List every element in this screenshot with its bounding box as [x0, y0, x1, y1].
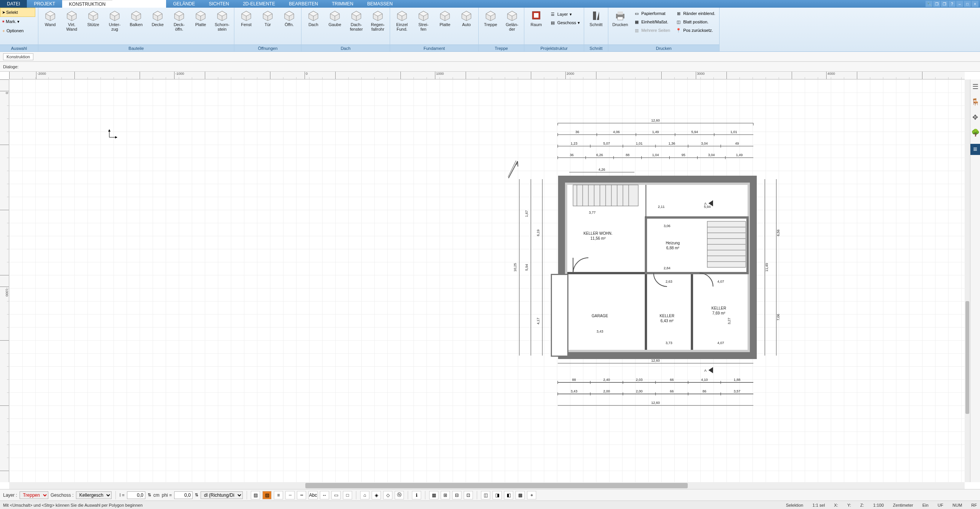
- grid3-icon[interactable]: ⊟: [452, 491, 461, 499]
- cursor-snap-icon[interactable]: ⌖: [527, 491, 536, 499]
- move-icon[interactable]: ✥: [972, 113, 978, 122]
- options-button[interactable]: ＋Optionen: [0, 26, 35, 35]
- konstruktion-tab[interactable]: Konstruktion: [3, 53, 33, 60]
- spinner-icon[interactable]: ⇅: [148, 493, 151, 497]
- bauteile-7-button[interactable]: Platte: [190, 8, 211, 27]
- help-icon[interactable]: ?: [949, 1, 955, 7]
- raum-button[interactable]: Raum: [526, 8, 547, 27]
- blatt-pos-button[interactable]: ◫Blatt position.: [673, 18, 718, 26]
- snap1-icon[interactable]: ⊡: [464, 491, 473, 499]
- layers-icon[interactable]: ☰: [972, 82, 978, 91]
- rect-icon[interactable]: ▭: [331, 491, 341, 499]
- menu-tab-bemassen[interactable]: BEMASSEN: [360, 0, 400, 8]
- vertical-scrollbar[interactable]: [965, 79, 970, 482]
- roof-icon[interactable]: ⌂: [360, 491, 369, 499]
- bauteile-0-button[interactable]: Wand: [40, 8, 61, 27]
- close-icon[interactable]: ×: [972, 1, 978, 7]
- view3-icon[interactable]: ◧: [504, 491, 513, 499]
- menu-tab-gelaende[interactable]: GELÄNDE: [166, 0, 202, 8]
- bauteile-1-button[interactable]: Virt. Wand: [61, 8, 82, 31]
- menu-tab-projekt[interactable]: PROJEKT: [27, 0, 62, 8]
- drawing-canvas[interactable]: .wl{stroke:#555;stroke-width:10;fill:non…: [9, 79, 965, 482]
- dach-1-button[interactable]: Gaube: [324, 8, 345, 27]
- dach-0-button[interactable]: Dach: [303, 8, 324, 27]
- status-bar: Mit <Umschalt> und <Strg> können Sie die…: [0, 501, 980, 509]
- menu-tab-konstruktion[interactable]: KONSTRUKTION: [62, 0, 112, 8]
- main-menu-bar: DATEI PROJEKT KONSTRUKTION GELÄNDE SICHT…: [0, 0, 980, 8]
- bauteile-3-button[interactable]: Unter- zug: [104, 8, 125, 31]
- text-icon[interactable]: Abc: [308, 491, 318, 499]
- geschoss-button[interactable]: ▤Geschoss▾: [547, 18, 582, 27]
- layer-button[interactable]: ☰Layer▾: [547, 10, 582, 18]
- spinner-icon[interactable]: ⇅: [195, 493, 198, 497]
- raender-button[interactable]: ⊞Ränder einblend.: [673, 9, 718, 18]
- phi-input[interactable]: [174, 491, 193, 499]
- papierformat-button[interactable]: ▭Papierformat: [631, 9, 672, 18]
- horizontal-scrollbar[interactable]: [9, 482, 965, 489]
- dach-2-button[interactable]: Dach- fenster: [346, 8, 367, 31]
- svg-text:3,73: 3,73: [665, 341, 672, 345]
- handle-icon[interactable]: ≡: [970, 144, 980, 155]
- bauteile-5-button[interactable]: Decke: [147, 8, 168, 27]
- floor-plan: .wl{stroke:#555;stroke-width:10;fill:non…: [492, 114, 772, 448]
- bauteile-8-button[interactable]: Schorn- stein: [212, 8, 232, 31]
- tool-icon[interactable]: 🔧: [926, 1, 932, 7]
- select-button[interactable]: ➤Selekt: [0, 8, 35, 17]
- wire-icon[interactable]: ◇: [383, 491, 392, 499]
- view1-icon[interactable]: ◫: [481, 491, 490, 499]
- pos-reset-button[interactable]: 📍Pos zurücksetz.: [673, 26, 718, 35]
- bauteile-4-button[interactable]: Balken: [126, 8, 147, 27]
- dach-3-button[interactable]: Regen- fallrohr: [367, 8, 388, 31]
- svg-text:4,07: 4,07: [717, 280, 724, 283]
- tree-icon[interactable]: 🌳: [971, 128, 980, 137]
- menu-tab-2d[interactable]: 2D-ELEMENTE: [236, 0, 282, 8]
- mark-button[interactable]: ✶Mark.▾: [0, 17, 35, 26]
- grid1-icon[interactable]: ▦: [429, 491, 438, 499]
- fundament-2-button[interactable]: Platte: [435, 8, 455, 27]
- treppe-0-button[interactable]: Treppe: [480, 8, 501, 27]
- svg-text:2,03: 2,03: [636, 378, 643, 382]
- svg-text:GARAGE: GARAGE: [592, 314, 608, 318]
- linetype2-icon[interactable]: ┉: [297, 491, 306, 499]
- restore2-icon[interactable]: ❐: [941, 1, 948, 7]
- maximize-icon[interactable]: □: [964, 1, 971, 7]
- fundament-0-button[interactable]: Einzel Fund.: [392, 8, 412, 31]
- hatch3-icon[interactable]: ▩: [516, 491, 525, 499]
- mehrere-seiten-button[interactable]: ▥Mehrere Seiten: [631, 26, 672, 35]
- dim-icon[interactable]: ↔: [320, 491, 329, 499]
- lineweight-icon[interactable]: ≡: [274, 491, 283, 499]
- bauteile-2-button[interactable]: Stütze: [83, 8, 104, 27]
- minimize-icon[interactable]: –: [956, 1, 963, 7]
- restore-icon[interactable]: ❐: [933, 1, 940, 7]
- mark-icon: ✶: [2, 19, 5, 24]
- surface-icon[interactable]: ◈: [372, 491, 381, 499]
- north-icon[interactable]: Ⓝ: [395, 491, 404, 499]
- einheit-button[interactable]: ▦Einheit/Maßst.: [631, 18, 672, 26]
- schnitt-button[interactable]: Schnitt: [586, 8, 606, 27]
- bauteile-6-button[interactable]: Deck- öffn.: [169, 8, 189, 31]
- drucken-button[interactable]: Drucken: [610, 8, 631, 27]
- rect2-icon[interactable]: □: [343, 491, 352, 499]
- treppe-1-button[interactable]: Gelän- der: [502, 8, 522, 31]
- hatch-icon[interactable]: ▨: [251, 491, 260, 499]
- hatch2-icon[interactable]: ▨: [262, 491, 272, 499]
- view2-icon[interactable]: ◨: [492, 491, 502, 499]
- mode-select[interactable]: dl (Richtung/Di: [201, 491, 243, 499]
- oeffnungen-0-button[interactable]: Fenst: [236, 8, 257, 27]
- oeffnungen-1-button[interactable]: Tür: [257, 8, 278, 27]
- layer-select[interactable]: Treppen: [20, 491, 48, 499]
- geschoss-select[interactable]: Kellergesch: [76, 491, 112, 499]
- menu-tab-datei[interactable]: DATEI: [0, 0, 27, 8]
- menu-tab-trimmen[interactable]: TRIMMEN: [325, 0, 360, 8]
- grid2-icon[interactable]: ⊞: [441, 491, 450, 499]
- svg-text:3,06: 3,06: [664, 224, 670, 228]
- menu-tab-bearbeiten[interactable]: BEARBEITEN: [282, 0, 325, 8]
- seat-icon[interactable]: 🪑: [971, 98, 980, 106]
- oeffnungen-2-button[interactable]: Öffn.: [279, 8, 300, 27]
- fundament-1-button[interactable]: Strei- fen: [413, 8, 434, 31]
- l-input[interactable]: [127, 491, 145, 499]
- info-icon[interactable]: ℹ: [412, 491, 421, 499]
- fundament-3-button[interactable]: Auto: [456, 8, 477, 27]
- menu-tab-sichten[interactable]: SICHTEN: [202, 0, 236, 8]
- linetype-icon[interactable]: ┄: [285, 491, 295, 499]
